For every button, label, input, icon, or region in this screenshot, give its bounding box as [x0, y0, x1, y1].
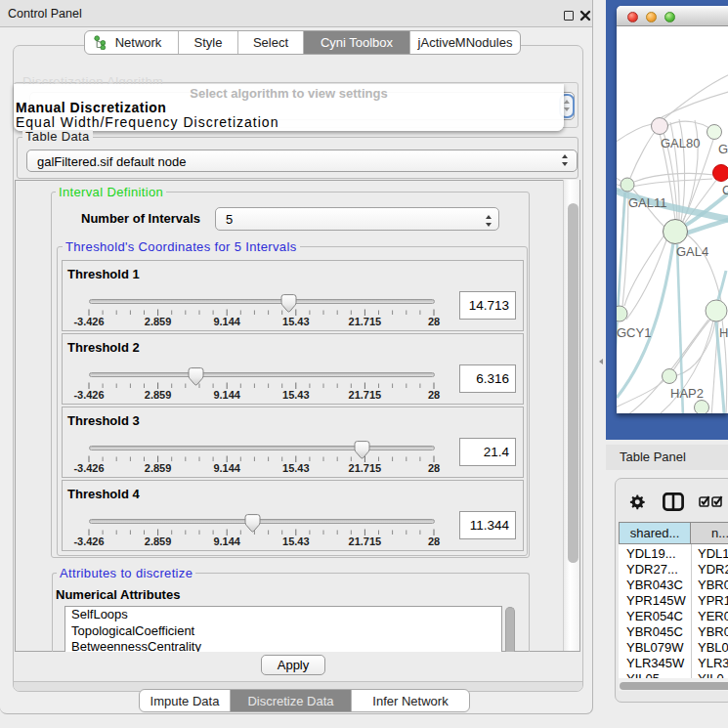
svg-text:GAL4: GAL4 [676, 244, 708, 259]
svg-text:GAL80: GAL80 [661, 136, 700, 150]
svg-text:HAP2: HAP2 [670, 386, 704, 401]
svg-text:GCY1: GCY1 [617, 325, 651, 340]
svg-text:C: C [722, 183, 728, 197]
svg-text:GAL11: GAL11 [628, 195, 667, 210]
svg-text:GA: GA [718, 142, 728, 156]
svg-text:H: H [719, 325, 728, 340]
